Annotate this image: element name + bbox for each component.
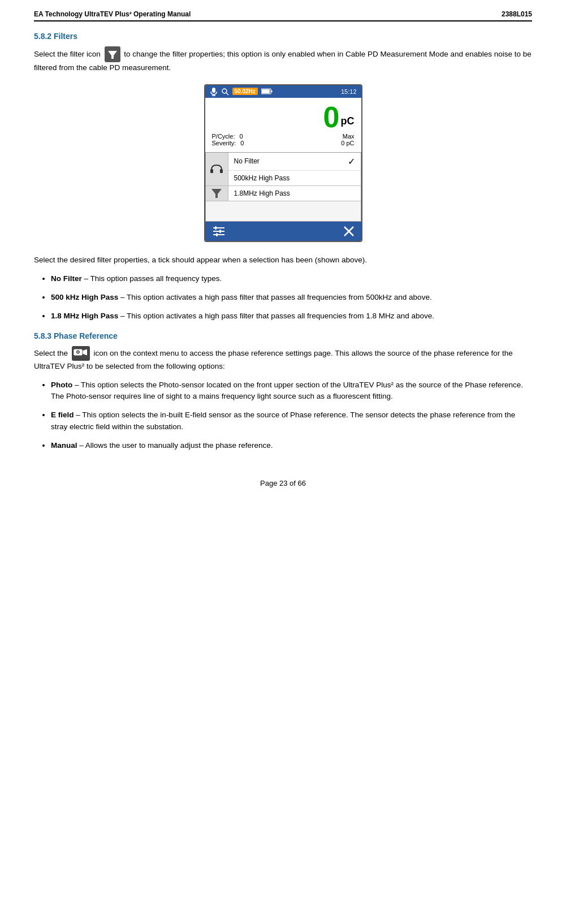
- svg-rect-17: [219, 230, 221, 233]
- section-582-bullets: No Filter – This option passes all frequ…: [51, 273, 532, 322]
- device-statusbar: 50.02Hz 15:12: [205, 85, 361, 98]
- svg-rect-10: [210, 169, 213, 173]
- svg-rect-18: [216, 233, 218, 236]
- section-583-title: 5.8.3 Phase Reference: [34, 331, 532, 340]
- section-582-intro: Select the filter icon to change the fil…: [34, 46, 532, 74]
- filter-check-0: ✓: [348, 156, 355, 167]
- phase-ref-icon-inline: [72, 346, 90, 361]
- svg-line-6: [226, 93, 228, 95]
- headphone-icon: [209, 162, 224, 176]
- device-mockup: 50.02Hz 15:12 0 pC: [34, 84, 532, 242]
- device-main: 0 pC P/Cycle: 0 Severity: 0: [205, 98, 361, 152]
- svg-rect-9: [271, 90, 272, 93]
- bullet-efield: E field – This option selects the in-bui…: [51, 409, 532, 433]
- bullet-no-filter: No Filter – This option passes all frequ…: [51, 273, 532, 285]
- search-icon: [221, 88, 229, 96]
- bullet-manual: Manual – Allows the user to manually adj…: [51, 440, 532, 452]
- max-value: 0 pC: [341, 140, 354, 146]
- mic-icon: [210, 87, 218, 96]
- page-number: Page 23 of 66: [260, 479, 306, 487]
- reading-unit: pC: [341, 115, 355, 127]
- reading-value: 0: [323, 102, 340, 132]
- header-right: 2388L015: [502, 10, 532, 18]
- filter-headphone-area: [206, 153, 228, 185]
- max-label: Max: [341, 133, 354, 140]
- bottom-close-icon[interactable]: [343, 226, 355, 237]
- filter-no-filter[interactable]: No Filter ✓: [228, 153, 361, 171]
- svg-rect-11: [220, 169, 223, 173]
- filter-empty-area: [206, 201, 361, 221]
- filter-500khz[interactable]: 500kHz High Pass: [228, 171, 361, 185]
- filter-inline-icon: [105, 46, 120, 62]
- battery-icon: [261, 88, 273, 94]
- filter-label-0: No Filter: [234, 157, 260, 165]
- filter-label-1: 500kHz High Pass: [234, 174, 290, 182]
- bullet-500khz: 500 kHz High Pass – This option activate…: [51, 292, 532, 304]
- severity-label: Severity:: [212, 140, 236, 146]
- funnel-icon: [210, 187, 223, 200]
- svg-point-5: [222, 89, 227, 93]
- section-582: 5.8.2 Filters Select the filter icon to …: [34, 32, 532, 322]
- section-582-title: 5.8.2 Filters: [34, 32, 532, 41]
- svg-rect-2: [212, 88, 215, 93]
- svg-marker-12: [211, 189, 222, 198]
- device-time: 15:12: [341, 88, 357, 95]
- filter-funnel-area: [206, 186, 228, 201]
- filter-label-2: 1.8MHz High Pass: [234, 189, 290, 197]
- page-header: EA Technology UltraTEV Plus² Operating M…: [34, 10, 532, 21]
- page-footer: Page 23 of 66: [34, 474, 532, 487]
- pcycle-label: P/Cycle:: [212, 133, 235, 140]
- section-582-description: Select the desired filter properties, a …: [34, 254, 532, 266]
- device-stats: P/Cycle: 0 Severity: 0 Max 0 pC: [212, 133, 355, 146]
- section-583-intro: Select the icon on the context menu to a…: [34, 346, 532, 373]
- filter-menu: No Filter ✓ 500kHz High Pass: [205, 152, 361, 222]
- header-left: EA Technology UltraTEV Plus² Operating M…: [34, 10, 191, 18]
- bullet-photo: Photo – This option selects the Photo-se…: [51, 379, 532, 403]
- section-583-bullets: Photo – This option selects the Photo-se…: [51, 379, 532, 452]
- filter-18mhz[interactable]: 1.8MHz High Pass: [228, 186, 361, 201]
- svg-rect-14: [213, 231, 224, 232]
- svg-rect-16: [215, 226, 217, 230]
- section-583: 5.8.3 Phase Reference Select the icon on…: [34, 331, 532, 452]
- severity-value: 0: [240, 140, 244, 146]
- device-bottombar: [205, 222, 361, 241]
- svg-rect-8: [262, 89, 270, 93]
- freq-badge: 50.02Hz: [232, 88, 258, 95]
- bottom-filter-icon[interactable]: [212, 225, 226, 238]
- svg-rect-15: [213, 234, 224, 235]
- svg-point-24: [77, 351, 79, 353]
- pcycle-value: 0: [239, 133, 243, 140]
- bullet-18mhz: 1.8 MHz High Pass – This option activate…: [51, 310, 532, 322]
- device-screen: 50.02Hz 15:12 0 pC: [204, 84, 362, 242]
- svg-marker-22: [83, 349, 87, 355]
